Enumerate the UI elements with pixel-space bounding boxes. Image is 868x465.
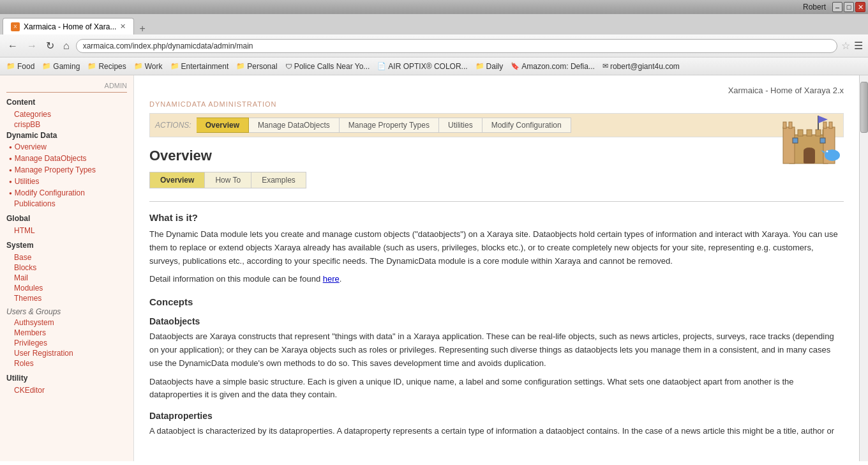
dataproperties-heading: Dataproperties [149,411,844,421]
forward-button[interactable]: → [24,39,40,53]
sidebar-item-base[interactable]: Base [6,252,127,263]
sidebar-section-utility: Utility [6,374,127,383]
home-button[interactable]: ⌂ [61,39,72,53]
sidebar-item-html[interactable]: HTML [6,225,127,236]
inner-tab-howto[interactable]: How To [205,172,251,188]
bookmark-personal[interactable]: 📁 Personal [234,61,280,72]
sidebar-item-roles[interactable]: Roles [6,358,127,369]
back-button[interactable]: ← [5,39,20,53]
scrollbar-thumb[interactable] [860,82,868,133]
sidebar-item-dynamic-data: Dynamic Data [6,130,127,141]
bookmark-air-optix[interactable]: 📄 AIR OPTIX® COLOR... [375,61,470,72]
bookmark-button[interactable]: ☆ [841,40,850,52]
sidebar-item-mail[interactable]: Mail [6,273,127,283]
bookmark-gaming[interactable]: 📁 Gaming [40,61,82,72]
inner-tab-examples[interactable]: Examples [251,172,306,188]
tab-close-button[interactable]: ✕ [120,22,126,31]
folder-icon: 📁 [6,62,15,70]
page-icon: 📄 [377,62,386,70]
sidebar-item-crispbb[interactable]: crispBB [6,119,127,130]
sidebar-link-manage-dataobjects[interactable]: Manage DataObjects [15,153,87,164]
sidebar-item-ckeditor[interactable]: CKEditor [6,385,127,395]
svg-rect-7 [783,122,786,128]
bookmark-label: Recipes [98,62,126,71]
bookmark-email[interactable]: ✉ robert@giant4u.com [600,61,682,72]
folder-icon: 📁 [134,62,143,70]
sidebar-item-privileges[interactable]: Privileges [6,338,127,348]
new-tab-button[interactable]: + [137,23,147,34]
sidebar-link-overview[interactable]: Overview [15,142,47,152]
scrollbar-track[interactable] [859,75,868,461]
sidebar-item-members[interactable]: Members [6,328,127,338]
sidebar-bullet-overview[interactable]: ● Overview [6,141,127,153]
sidebar-item-publications[interactable]: Publications [6,199,127,209]
bookmark-entertainment[interactable]: 📁 Entertainment [168,61,232,72]
bullet-icon: ● [9,167,12,173]
bookmark-amazon[interactable]: 🔖 Amazon.com: Defia... [508,61,597,72]
sidebar-link-utilities[interactable]: Utilities [15,176,40,187]
bullet-icon: ● [9,190,12,196]
bookmark-label: Food [17,62,34,71]
inner-tab-overview[interactable]: Overview [149,172,205,188]
svg-rect-6 [783,127,795,164]
actions-label: ACTIONS: [155,121,191,130]
restore-button[interactable]: □ [844,2,854,12]
here-link[interactable]: here [323,274,340,284]
bookmark-label: Police Calls Near Yo... [294,62,370,71]
dataobjects-heading: Dataobjects [149,316,844,326]
castle-image [780,109,844,169]
svg-rect-11 [829,122,832,128]
sidebar-link-modify-configuration[interactable]: Modify Configuration [15,188,85,198]
svg-rect-17 [820,138,825,143]
sidebar-item-themes[interactable]: Themes [6,293,127,303]
actions-bar: ACTIONS: Overview Manage DataObjects Man… [149,113,844,137]
bookmark-label: Work [145,62,163,71]
menu-button[interactable]: ☰ [854,40,863,52]
sidebar-bullet-dataobjects[interactable]: ● Manage DataObjects [6,153,127,164]
sidebar-link-manage-property-types[interactable]: Manage Property Types [15,165,96,175]
bullet-icon: ● [9,179,12,185]
detail-text-after: . [340,274,342,284]
action-tab-modify-configuration[interactable]: Modify Configuration [483,118,571,133]
dataproperties-text: A dataobject is characterized by its dat… [149,425,844,438]
action-tab-utilities[interactable]: Utilities [439,118,483,133]
bookmark-recipes[interactable]: 📁 Recipes [85,61,128,72]
svg-rect-16 [793,138,798,143]
folder-icon: 📁 [170,62,179,70]
minimize-button[interactable]: – [832,2,842,12]
sidebar-item-user-registration[interactable]: User Registration [6,348,127,358]
bookmark-food[interactable]: 📁 Food [4,61,37,72]
main-layout: ADMIN Content Categories crispBB Dynamic… [0,75,868,461]
sidebar-item-blocks[interactable]: Blocks [6,263,127,273]
action-tab-overview[interactable]: Overview [197,118,249,133]
sidebar-bullet-utilities[interactable]: ● Utilities [6,176,127,187]
bookmarks-bar: 📁 Food 📁 Gaming 📁 Recipes 📁 Work 📁 Enter… [0,57,868,75]
close-button[interactable]: ✕ [855,2,865,12]
action-tab-manage-dataobjects[interactable]: Manage DataObjects [249,118,340,133]
what-is-it-text: The Dynamic Data module lets you create … [149,228,844,268]
sidebar-item-categories[interactable]: Categories [6,109,127,119]
sidebar-section-users-groups: Users & Groups [6,307,127,316]
divider [149,201,844,202]
sidebar-bullet-property-types[interactable]: ● Manage Property Types [6,164,127,176]
section-label: DYNAMICDATA ADMINISTRATION [149,100,844,108]
sidebar-section-content: Content [6,98,127,107]
bookmark-label: Daily [486,62,504,71]
sidebar-item-modules[interactable]: Modules [6,283,127,293]
bookmark-work[interactable]: 📁 Work [131,61,165,72]
action-tab-manage-property-types[interactable]: Manage Property Types [340,118,439,133]
address-bar[interactable] [76,39,837,53]
active-tab[interactable]: X Xarmaica - Home of Xara... ✕ [3,18,134,34]
reload-button[interactable]: ↻ [43,38,57,53]
bookmark-daily[interactable]: 📁 Daily [473,61,506,72]
bookmark-police[interactable]: 🛡 Police Calls Near Yo... [283,61,373,72]
bullet-icon: ● [9,156,12,162]
site-title: Xarmaica - Home of Xaraya 2.x [149,86,844,95]
bookmark-label: robert@giant4u.com [610,62,680,71]
sidebar-bullet-modify-config[interactable]: ● Modify Configuration [6,187,127,199]
bookmark-label: Entertainment [181,62,229,71]
svg-point-15 [804,148,815,154]
content-area: Xarmaica - Home of Xaraya 2.x DYNAMICDAT… [134,75,859,461]
tab-favicon: X [11,22,20,31]
sidebar-item-authsystem[interactable]: Authsystem [6,317,127,328]
